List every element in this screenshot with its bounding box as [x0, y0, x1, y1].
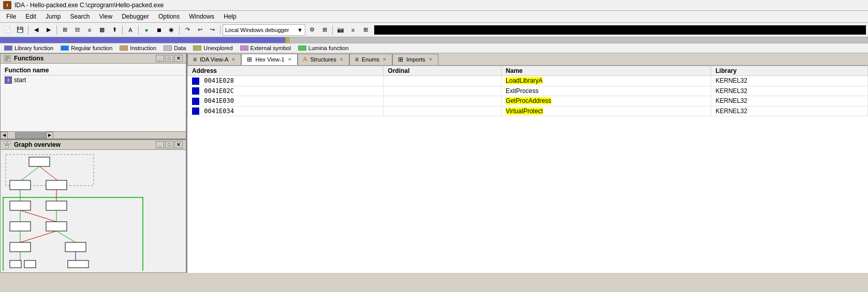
graph-minimize-btn[interactable]: _ [156, 141, 164, 148]
table-row[interactable]: 0041E02CExitProcessKERNEL32 [188, 86, 868, 96]
svg-rect-6 [6, 146, 8, 148]
graph-close-btn[interactable]: ✕ [174, 141, 183, 148]
toolbar-back[interactable]: ◀ [31, 24, 42, 36]
tab-imports[interactable]: ⊞ Imports ✕ [392, 54, 438, 65]
toolbar-trace[interactable]: ≡ [347, 24, 359, 36]
cell-name: LoadLibraryA [502, 76, 711, 86]
scroll-left-btn[interactable]: ◀ [1, 132, 8, 139]
tab-imports-label: Imports [406, 56, 425, 63]
toolbar-debugger-opt[interactable]: ⚙ [306, 24, 318, 36]
toolbar-stop[interactable]: ⏹ [153, 24, 165, 36]
toolbar-btn5[interactable]: ⬆ [109, 24, 120, 36]
menu-debugger[interactable]: Debugger [117, 12, 153, 21]
toolbar-remote[interactable]: ⊞ [319, 24, 330, 36]
functions-maximize-btn[interactable]: □ [165, 55, 173, 62]
toolbar-sep-3 [122, 25, 123, 35]
toolbar-pause[interactable]: ◉ [166, 24, 177, 36]
toolbar: 📄 💾 ◀ ▶ ⊞ ⊟ ≡ ▦ ⬆ A ● ⏹ ◉ ↷ ↩ ↪ Local Wi… [0, 23, 868, 37]
tab-structures[interactable]: A Structures ✕ [298, 54, 349, 65]
menu-view[interactable]: View [95, 12, 116, 21]
function-entry-start[interactable]: f start [3, 75, 184, 85]
graph-maximize-btn[interactable]: □ [165, 141, 173, 148]
toolbar-hex[interactable]: A [125, 24, 136, 36]
toolbar-stepout[interactable]: ↪ [207, 24, 218, 36]
tab-structures-close[interactable]: ✕ [340, 57, 344, 62]
tab-hex-view[interactable]: ⊞ Hex View-1 ✕ [241, 54, 297, 65]
toolbar-btn3[interactable]: ≡ [84, 24, 95, 36]
svg-rect-23 [46, 222, 67, 231]
app-icon: I [3, 1, 11, 9]
tab-enums-close[interactable]: ✕ [382, 57, 387, 62]
legend-lumina-color [298, 45, 306, 51]
legend-data-color [164, 45, 172, 51]
tab-imports-close[interactable]: ✕ [429, 57, 433, 62]
svg-line-26 [20, 231, 56, 242]
tab-ida-view-close[interactable]: ✕ [231, 57, 236, 62]
cell-address: 0041E02C [188, 86, 384, 96]
cell-library: KERNEL32 [711, 86, 868, 96]
toolbar-run[interactable]: ● [141, 24, 152, 36]
toolbar-btn2[interactable]: ⊟ [71, 24, 83, 36]
graph-panel: Graph overview _ □ ✕ [0, 139, 186, 273]
debugger-dropdown-arrow: ▼ [297, 27, 303, 33]
graph-panel-header: Graph overview _ □ ✕ [1, 140, 186, 150]
title-text: IDA - Hello-packed.exe C:\cprogram\Hello… [14, 2, 164, 9]
scroll-thumb[interactable] [15, 132, 46, 139]
toolbar-sep-5 [179, 25, 180, 35]
svg-rect-28 [65, 242, 86, 252]
toolbar-forward[interactable]: ▶ [43, 24, 54, 36]
tab-ida-view[interactable]: ≡ IDA View-A ✕ [187, 54, 241, 65]
tab-hex-view-close[interactable]: ✕ [288, 57, 292, 62]
tab-imports-icon: ⊞ [398, 56, 403, 63]
toolbar-sep-2 [56, 25, 57, 35]
legend-instruction-color [120, 45, 128, 51]
toolbar-watch[interactable]: ⊞ [360, 24, 371, 36]
col-name: Name [502, 66, 711, 76]
functions-close-btn[interactable]: ✕ [174, 55, 183, 62]
row-icon [192, 78, 199, 85]
svg-rect-17 [10, 201, 31, 210]
toolbar-step[interactable]: ↷ [182, 24, 193, 36]
legend-unexplored-label: Unexplored [203, 45, 232, 51]
toolbar-btn4[interactable]: ▦ [96, 24, 108, 36]
table-row[interactable]: 0041E034VirtualProtectKERNEL32 [188, 106, 868, 116]
right-panel: ≡ IDA View-A ✕ ⊞ Hex View-1 ✕ A Structur… [187, 53, 868, 273]
toolbar-btn1[interactable]: ⊞ [59, 24, 70, 36]
functions-scrollbar-h[interactable]: ◀ ▶ [1, 131, 186, 139]
menu-windows[interactable]: Windows [185, 12, 218, 21]
functions-minimize-btn[interactable]: _ [156, 55, 164, 62]
cell-library: KERNEL32 [711, 96, 868, 106]
col-address: Address [188, 66, 384, 76]
toolbar-snapshot[interactable]: 📷 [335, 24, 346, 36]
cell-address: 0041E028 [188, 76, 384, 86]
graph-svg [1, 152, 182, 271]
table-row[interactable]: 0041E028LoadLibraryAKERNEL32 [188, 76, 868, 86]
menu-options[interactable]: Options [154, 12, 184, 21]
legend-unexplored-color [193, 45, 201, 51]
tab-structures-label: Structures [311, 56, 336, 63]
menu-search[interactable]: Search [66, 12, 94, 21]
function-name-col-header: Function name [3, 66, 184, 75]
row-icon [192, 87, 199, 95]
imports-table: Address Ordinal Name Library 0041E028Loa… [187, 66, 868, 273]
cell-name: ExitProcess [502, 86, 711, 96]
functions-panel-header: Functions _ □ ✕ [1, 54, 186, 64]
legend-library-label: Library function [14, 45, 53, 51]
table-row[interactable]: 0041E030GetProcAddressKERNEL32 [188, 96, 868, 106]
legend-data: Data [164, 45, 186, 51]
legend-bar: Library function Regular function Instru… [0, 43, 868, 53]
toolbar-new[interactable]: 📄 [2, 24, 13, 36]
menu-help[interactable]: Help [219, 12, 241, 21]
menu-edit[interactable]: Edit [21, 12, 40, 21]
toolbar-save[interactable]: 💾 [14, 24, 26, 36]
scroll-right-btn[interactable]: ▶ [46, 132, 53, 139]
menu-jump[interactable]: Jump [41, 12, 65, 21]
toolbar-stepover[interactable]: ↩ [194, 24, 205, 36]
menu-file[interactable]: File [2, 12, 20, 21]
cell-address: 0041E034 [188, 106, 384, 116]
tab-enums[interactable]: ≡ Enums ✕ [349, 54, 392, 65]
svg-line-12 [39, 166, 57, 180]
functions-panel-title-area: Functions [4, 55, 43, 62]
debugger-selector[interactable]: Local Windows debugger ▼ [223, 24, 305, 36]
svg-rect-33 [68, 260, 89, 268]
